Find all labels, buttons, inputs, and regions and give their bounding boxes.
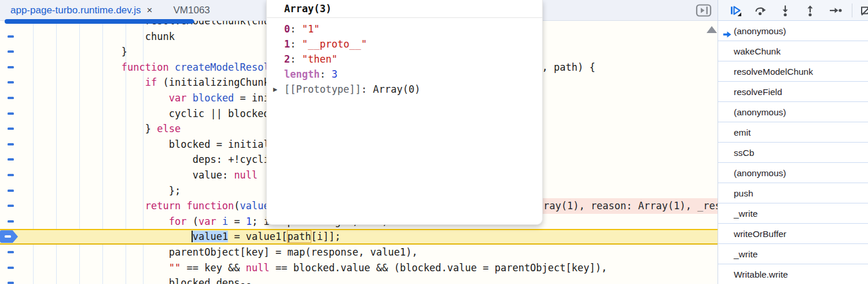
close-tab-icon[interactable]: × — [147, 5, 153, 16]
code-token: } — [145, 123, 157, 134]
tab-app-page-turbo-runtime[interactable]: app-page-turbo.runtime.dev.js × — [0, 0, 158, 20]
code-token: null — [234, 169, 258, 181]
step-button[interactable] — [829, 4, 841, 17]
gutter-line-marker[interactable] — [8, 35, 14, 38]
call-stack-frame[interactable]: wakeChunk — [718, 41, 868, 61]
gutter-line-marker[interactable] — [8, 66, 14, 68]
gutter-line-marker[interactable] — [8, 282, 14, 284]
step-into-button[interactable] — [779, 4, 792, 17]
resume-script-button[interactable] — [729, 4, 742, 17]
property-key: 0 — [284, 23, 290, 35]
frame-label: Writable.write — [734, 270, 788, 279]
call-stack-frame[interactable]: ssCb — [718, 143, 868, 163]
step-icon — [829, 4, 843, 17]
call-stack-frame[interactable]: (anonymous) — [718, 102, 868, 122]
code-token: = — [228, 216, 246, 227]
code-token: blocked — [193, 92, 234, 104]
deactivate-breakpoints-button[interactable] — [860, 4, 868, 17]
gutter-line-marker[interactable] — [8, 97, 14, 99]
call-stack-frame[interactable]: _write — [718, 244, 868, 264]
code-token: else — [157, 123, 181, 134]
debugger-toolbar — [718, 0, 868, 21]
gutter-line-marker[interactable] — [8, 81, 14, 83]
property-value: "then" — [302, 53, 337, 65]
frame-label: (anonymous) — [734, 168, 786, 178]
step-out-button[interactable] — [804, 4, 816, 17]
code-token: var — [169, 92, 193, 104]
call-stack-frame[interactable]: push — [718, 183, 868, 203]
call-stack-list: (anonymous)wakeChunkresolveModelChunkres… — [718, 21, 868, 284]
property-row[interactable]: 2: "then" — [267, 52, 542, 67]
call-stack-frame[interactable]: resolveField — [718, 82, 868, 102]
property-colon: : — [290, 53, 301, 65]
call-stack-frame[interactable]: writeOrBuffer — [718, 224, 868, 244]
gutter-line-marker[interactable] — [8, 112, 14, 115]
property-row[interactable]: ▶[[Prototype]]: Array(0) — [267, 82, 542, 97]
gutter-line-marker[interactable] — [8, 128, 14, 130]
selected-token[interactable]: value1 — [193, 231, 228, 242]
code-token: path) { — [554, 61, 595, 73]
code-line[interactable]: parentObject[key] = map(response, value1… — [0, 245, 718, 260]
gutter-line-marker[interactable] — [8, 190, 14, 192]
tab-vm1063[interactable]: VM1063 — [158, 0, 219, 20]
frame-label: ssCb — [734, 148, 754, 158]
code-token: value: — [193, 169, 234, 181]
code-token: } — [122, 46, 127, 57]
popup-title: Array(3) — [267, 0, 542, 18]
property-row[interactable]: 0: "1" — [267, 21, 542, 37]
scroll-up-arrow-icon[interactable] — [707, 26, 717, 33]
call-stack-frame[interactable]: (anonymous) — [718, 21, 868, 41]
code-token: for — [169, 216, 193, 227]
call-stack-frame[interactable]: Writable.write — [718, 264, 868, 284]
gutter-line-marker[interactable] — [8, 251, 14, 253]
gutter-line-marker[interactable] — [8, 174, 14, 176]
call-stack-frame[interactable]: resolveModelChunk — [718, 61, 868, 82]
property-row[interactable]: length: 3 — [267, 67, 542, 82]
gutter-line-marker[interactable] — [8, 205, 14, 207]
code-token: blocked.deps--, — [169, 277, 258, 284]
property-value: "__proto__" — [302, 38, 367, 50]
property-key: [[Prototype]] — [284, 83, 361, 95]
frame-label: wakeChunk — [734, 46, 781, 56]
code-token: i — [222, 216, 228, 227]
object-preview-popup: Array(3) 0: "1"1: "__proto__"2: "then"le… — [266, 0, 543, 225]
property-row[interactable]: 1: "__proto__" — [267, 37, 542, 52]
frame-label: (anonymous) — [734, 107, 786, 117]
gutter-line-marker[interactable] — [8, 143, 14, 145]
code-token: ( — [193, 216, 198, 227]
step-over-button[interactable] — [754, 4, 767, 17]
property-key: length — [284, 68, 319, 80]
hovered-token[interactable]: path — [288, 231, 311, 242]
gutter-line-marker[interactable] — [8, 267, 14, 269]
code-token: var — [198, 216, 222, 227]
code-token: parentObject[key] = map(response, value1… — [169, 246, 418, 258]
step-out-icon — [804, 4, 816, 17]
frame-label: resolveModelChunk — [734, 67, 813, 77]
frame-label: writeOrBuffer — [734, 229, 786, 239]
toggle-panel-icon — [696, 3, 712, 17]
frame-label: (anonymous) — [734, 26, 786, 36]
gutter-line-marker[interactable] — [8, 220, 14, 223]
code-line[interactable]: blocked.deps--, — [0, 275, 718, 284]
call-stack-frame[interactable]: (anonymous) — [718, 163, 868, 183]
code-line[interactable]: "" == key && null == blocked.value && (b… — [0, 260, 718, 276]
execution-pointer-icon — [0, 230, 18, 243]
code-token: 1 — [246, 216, 252, 227]
call-stack-frame[interactable]: _write — [718, 203, 868, 224]
code-token: chunk — [145, 31, 175, 42]
property-key: 1 — [284, 38, 290, 50]
gutter-line-marker[interactable] — [8, 50, 14, 53]
active-tab-underline — [5, 19, 194, 24]
code-token: == blocked.value && (blocked.value = par… — [270, 262, 607, 274]
code-token: null — [246, 262, 270, 274]
property-colon: : — [361, 83, 373, 95]
code-token: function — [122, 61, 175, 73]
expand-triangle-icon[interactable]: ▶ — [273, 82, 277, 97]
property-key: 2 — [284, 53, 290, 65]
resume-script-icon — [729, 4, 742, 17]
inline-eval-annotation: ray(1), reason: Array(1), _res — [542, 198, 718, 214]
execution-line[interactable]: value1 = value1[path[i]]; — [0, 229, 718, 245]
gutter-line-marker[interactable] — [8, 158, 14, 161]
call-stack-frame[interactable]: emit — [718, 122, 868, 143]
toggle-debugger-panel-button[interactable] — [696, 3, 712, 17]
